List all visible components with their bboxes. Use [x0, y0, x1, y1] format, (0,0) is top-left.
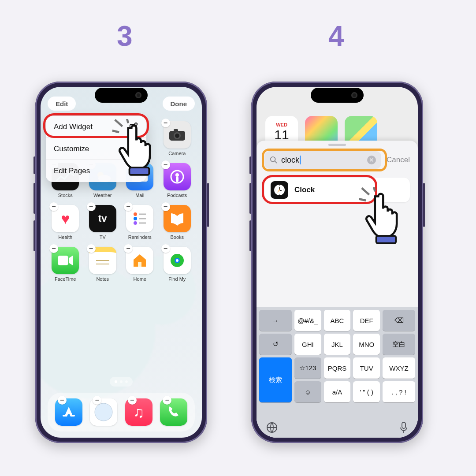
mic-icon[interactable] [399, 421, 408, 434]
app-books[interactable]: − Books [159, 205, 196, 240]
step-number-3: 3 [117, 20, 133, 52]
dock-appstore[interactable]: − [55, 398, 82, 426]
svg-point-28 [95, 403, 112, 421]
dock: − − − ♫ − [48, 393, 195, 431]
dynamic-island [311, 88, 364, 103]
app-facetime[interactable]: − FaceTime [47, 247, 84, 282]
remove-badge[interactable]: − [58, 396, 67, 405]
svg-line-29 [115, 120, 123, 126]
svg-rect-12 [176, 177, 178, 182]
svg-line-46 [362, 188, 369, 195]
step-number-4: 4 [328, 20, 344, 52]
svg-rect-45 [402, 422, 405, 428]
app-label: Stocks [58, 193, 73, 198]
key[interactable]: TUV [353, 357, 380, 379]
key[interactable]: a/A [324, 381, 351, 402]
dock-music[interactable]: − ♫ [125, 398, 152, 426]
remove-badge[interactable]: − [87, 244, 96, 253]
books-icon [169, 211, 185, 227]
app-label: Home [134, 276, 146, 282]
page-indicator[interactable] [110, 377, 133, 387]
remove-badge[interactable]: − [161, 202, 170, 211]
app-label: Weather [93, 193, 112, 198]
svg-rect-19 [58, 256, 68, 265]
key-search[interactable]: 検索 [259, 357, 292, 402]
app-label: Health [58, 234, 72, 240]
key[interactable]: JKL [324, 334, 351, 355]
remove-badge[interactable]: − [49, 244, 58, 253]
dock-phone[interactable]: − [160, 398, 187, 426]
key[interactable]: @#/&_ [294, 310, 321, 331]
edit-button[interactable]: Edit [48, 97, 76, 111]
menu-label: Edit Pages [54, 167, 90, 175]
tap-hand-icon [359, 187, 412, 249]
key-tab[interactable]: → [259, 310, 292, 331]
svg-rect-6 [174, 129, 178, 132]
app-tv[interactable]: − tv TV [84, 205, 122, 240]
remove-badge[interactable]: − [49, 202, 58, 211]
tap-hand-icon [112, 119, 165, 181]
widget-picker-sheet: clock ✕ Cancel Clock [257, 141, 418, 438]
heart-icon: ♥ [61, 210, 70, 227]
app-label: Reminders [128, 234, 152, 240]
key-123[interactable]: ☆123 [294, 357, 321, 379]
app-label: TV [100, 234, 106, 240]
svg-point-25 [176, 259, 178, 262]
app-notes[interactable]: − Notes [84, 247, 122, 282]
key[interactable]: PQRS [324, 357, 351, 379]
key[interactable]: GHI [294, 334, 321, 355]
svg-rect-26 [63, 415, 67, 416]
key[interactable]: WXYZ [383, 357, 415, 379]
calendar-dow: WED [276, 122, 287, 127]
widget-search-screen: WED 11 clock ✕ Cancel [257, 87, 418, 438]
highlight-search [262, 149, 387, 171]
app-home[interactable]: − Home [121, 247, 159, 282]
keyboard: → @#/&_ ABC DEF ⌫ ↺ GHI JKL MNO 空白 ☆123 … [257, 307, 418, 438]
remove-badge[interactable]: − [124, 202, 133, 211]
svg-line-30 [126, 119, 128, 123]
app-label: Find My [168, 276, 186, 282]
app-label: Notes [96, 276, 109, 282]
sheet-grabber[interactable] [328, 144, 346, 146]
remove-badge[interactable]: − [128, 396, 137, 405]
svg-rect-22 [138, 262, 141, 267]
key-emoji[interactable]: ☺ [294, 381, 321, 402]
remove-badge[interactable]: − [87, 202, 96, 211]
appstore-icon [60, 403, 78, 421]
app-findmy[interactable]: − Find My [159, 247, 196, 282]
phone-step-4: WED 11 clock ✕ Cancel [251, 82, 423, 443]
dock-safari[interactable]: − [90, 398, 117, 426]
app-label: Podcasts [167, 193, 187, 198]
svg-line-31 [112, 130, 119, 132]
remove-badge[interactable]: − [161, 244, 170, 253]
key-backspace[interactable]: ⌫ [383, 310, 415, 331]
app-health[interactable]: − ♥ Health [47, 205, 84, 240]
reminders-icon [132, 211, 148, 227]
menu-label: Customize [54, 145, 89, 153]
remove-badge[interactable]: − [124, 244, 133, 253]
app-label: Mail [135, 193, 144, 198]
phone-icon [166, 404, 182, 420]
cancel-button[interactable]: Cancel [387, 156, 410, 164]
podcasts-icon [168, 168, 186, 186]
app-reminders[interactable]: − Reminders [121, 205, 159, 240]
facetime-icon [56, 254, 74, 267]
app-label: FaceTime [55, 276, 76, 282]
key[interactable]: DEF [353, 310, 380, 331]
key-space[interactable]: 空白 [383, 334, 415, 355]
key[interactable]: . , ? ! [383, 381, 415, 402]
music-icon: ♫ [133, 404, 145, 421]
svg-point-5 [175, 134, 179, 138]
key[interactable]: ABC [324, 310, 351, 331]
key-undo[interactable]: ↺ [259, 334, 292, 355]
globe-icon[interactable] [266, 422, 278, 433]
findmy-icon [168, 251, 186, 270]
key[interactable]: ' " ( ) [353, 381, 380, 402]
done-button[interactable]: Done [163, 97, 195, 111]
dynamic-island [95, 88, 148, 103]
key[interactable]: MNO [353, 334, 380, 355]
svg-rect-32 [130, 167, 149, 175]
home-icon [131, 252, 148, 269]
calendar-day: 11 [274, 127, 289, 142]
svg-rect-49 [376, 236, 396, 243]
